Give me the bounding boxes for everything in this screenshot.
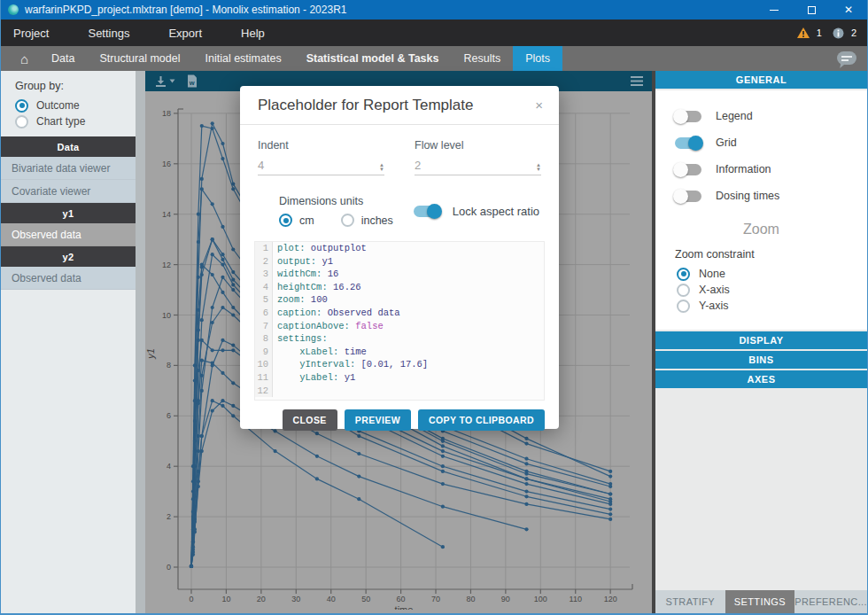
data-point[interactable] xyxy=(315,477,319,480)
data-point[interactable] xyxy=(211,273,214,276)
lock-aspect-ratio-toggle[interactable] xyxy=(414,206,440,217)
data-point[interactable] xyxy=(221,339,224,342)
download-icon[interactable] xyxy=(154,75,175,88)
code-line-5[interactable]: 5zoom: 100 xyxy=(255,293,544,307)
code-line-9[interactable]: 9 xLabel: time xyxy=(255,346,544,359)
data-point[interactable] xyxy=(608,512,612,516)
close-window-button[interactable]: ✕ xyxy=(830,0,867,19)
section-bins[interactable]: BINS xyxy=(655,351,867,369)
data-point[interactable] xyxy=(608,502,612,506)
section-display[interactable]: DISPLAY xyxy=(655,331,867,349)
flow-level-stepper[interactable]: ▲▼ xyxy=(532,163,541,172)
radio-inches[interactable] xyxy=(341,214,354,227)
preview-button[interactable]: PREVIEW xyxy=(345,409,411,431)
tab-plots[interactable]: Plots xyxy=(513,46,562,71)
data-point[interactable] xyxy=(193,527,197,531)
data-point[interactable] xyxy=(211,362,214,365)
data-point[interactable] xyxy=(197,240,200,244)
data-point[interactable] xyxy=(441,464,445,468)
dosing-times-toggle[interactable] xyxy=(675,191,701,202)
radio-outcome[interactable] xyxy=(15,99,28,113)
maximize-button[interactable] xyxy=(793,0,830,19)
indent-field[interactable]: 4 ▲▼ xyxy=(258,159,384,175)
data-point[interactable] xyxy=(200,449,204,453)
tab-settings[interactable]: SETTINGS xyxy=(725,590,795,613)
data-point[interactable] xyxy=(211,306,214,309)
data-point[interactable] xyxy=(221,348,224,352)
data-point[interactable] xyxy=(211,202,214,206)
data-point[interactable] xyxy=(211,237,214,241)
data-point[interactable] xyxy=(608,492,612,495)
data-point[interactable] xyxy=(221,157,224,160)
data-point[interactable] xyxy=(524,442,528,446)
minimize-button[interactable] xyxy=(756,0,793,19)
indent-stepper[interactable]: ▲▼ xyxy=(376,163,384,172)
data-point[interactable] xyxy=(441,505,445,509)
data-point[interactable] xyxy=(231,414,235,417)
code-line-3[interactable]: 3widthCm: 16 xyxy=(255,268,544,281)
data-point[interactable] xyxy=(221,258,224,261)
data-point[interactable] xyxy=(197,329,200,332)
data-point[interactable] xyxy=(197,485,200,488)
data-point[interactable] xyxy=(441,444,445,448)
sidebar-item-observed-data-y2[interactable]: Observed data xyxy=(1,267,136,290)
tab-statistical-model-tasks[interactable]: Statistical model & Tasks xyxy=(294,46,452,71)
data-point[interactable] xyxy=(441,455,445,458)
menu-help[interactable]: Help xyxy=(228,27,278,40)
section-axes[interactable]: AXES xyxy=(655,370,867,388)
data-point[interactable] xyxy=(357,434,360,438)
data-point[interactable] xyxy=(200,265,204,269)
code-line-12[interactable]: 12 xyxy=(255,385,544,398)
home-tab[interactable]: ⌂ xyxy=(1,46,39,71)
info-icon[interactable] xyxy=(833,27,844,39)
data-point[interactable] xyxy=(524,462,528,465)
data-point[interactable] xyxy=(524,470,528,473)
data-point[interactable] xyxy=(193,482,197,486)
data-point[interactable] xyxy=(211,253,214,256)
code-line-2[interactable]: 2output: y1 xyxy=(255,255,544,269)
data-point[interactable] xyxy=(191,550,195,554)
data-point[interactable] xyxy=(357,475,360,479)
flow-level-value[interactable]: 2 xyxy=(415,159,532,172)
sidebar-item-covariate-viewer[interactable]: Covariate viewer xyxy=(1,180,136,203)
tab-results[interactable]: Results xyxy=(451,46,513,71)
data-point[interactable] xyxy=(524,502,528,506)
data-point[interactable] xyxy=(200,359,204,362)
data-point[interactable] xyxy=(441,437,445,440)
data-point[interactable] xyxy=(357,452,360,455)
word-export-icon[interactable]: w xyxy=(186,74,198,88)
zoom-constraint-x-axis[interactable]: X-axis xyxy=(655,282,867,298)
radio-y-axis[interactable] xyxy=(677,300,690,313)
data-point[interactable] xyxy=(231,278,235,282)
data-point[interactable] xyxy=(608,518,612,521)
data-point[interactable] xyxy=(211,321,214,324)
data-point[interactable] xyxy=(441,470,445,473)
data-point[interactable] xyxy=(221,306,224,309)
data-point[interactable] xyxy=(231,247,235,251)
code-line-1[interactable]: 1plot: outputplot xyxy=(255,242,544,255)
hamburger-icon[interactable] xyxy=(631,76,643,86)
data-point[interactable] xyxy=(197,401,200,405)
feedback-chat-icon[interactable] xyxy=(837,51,856,65)
data-point[interactable] xyxy=(524,482,528,486)
data-point[interactable] xyxy=(608,508,612,511)
data-point[interactable] xyxy=(211,409,214,413)
menu-project[interactable]: Project xyxy=(1,27,62,40)
information-toggle[interactable] xyxy=(675,164,701,175)
data-point[interactable] xyxy=(608,470,612,473)
data-point[interactable] xyxy=(524,437,528,440)
data-point[interactable] xyxy=(211,399,214,402)
data-point[interactable] xyxy=(231,270,235,274)
close-button[interactable]: CLOSE xyxy=(283,409,337,431)
data-point[interactable] xyxy=(221,404,224,408)
tab-initial-estimates[interactable]: Initial estimates xyxy=(192,46,293,71)
data-point[interactable] xyxy=(211,348,214,352)
data-point[interactable] xyxy=(221,291,224,294)
data-point[interactable] xyxy=(441,545,445,549)
data-point[interactable] xyxy=(190,564,193,568)
warning-icon[interactable] xyxy=(797,27,810,38)
data-point[interactable] xyxy=(231,344,235,347)
tab-data[interactable]: Data xyxy=(39,46,87,71)
data-point[interactable] xyxy=(200,339,204,342)
code-line-6[interactable]: 6caption: Observed data xyxy=(255,307,544,320)
